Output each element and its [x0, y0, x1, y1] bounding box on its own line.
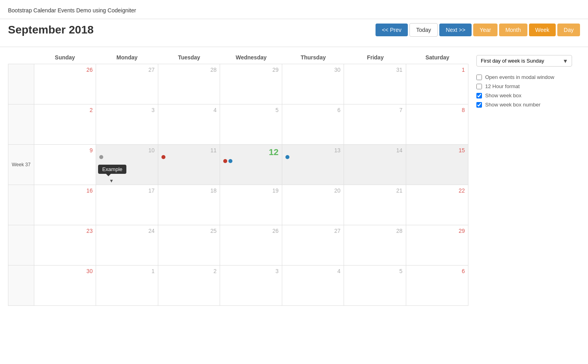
day-cell[interactable]: 4 [282, 266, 344, 305]
option-weekbox: Show week box [476, 91, 572, 100]
day-cell[interactable]: 24 [96, 225, 158, 265]
day-cell[interactable]: 17 [96, 185, 158, 225]
week-header-col [8, 54, 34, 61]
day-cell-13[interactable]: 13 [282, 145, 344, 185]
first-day-select[interactable]: First day of week is Sunday First day of… [476, 55, 572, 67]
event-dot-blue[interactable] [285, 155, 289, 159]
view-month-button[interactable]: Month [499, 24, 527, 36]
header-wednesday: Wednesday [220, 54, 282, 61]
day-cell-12[interactable]: 12 [220, 145, 282, 185]
sidebar: First day of week is Sunday First day of… [468, 51, 580, 306]
event-dot-blue[interactable] [228, 159, 232, 163]
day-cell[interactable]: 2 [34, 104, 96, 144]
day-cell[interactable]: 29 [220, 64, 282, 104]
day-cell[interactable]: 5 [220, 104, 282, 144]
weekbox-checkbox[interactable] [476, 93, 482, 98]
12hour-label: 12 Hour format [485, 83, 520, 89]
calendar-row-1: 26 27 28 29 30 31 1 [8, 64, 468, 104]
calendar-row-3: Week 37 9 10 Example ▾ 11 [8, 145, 468, 185]
week-label-2 [8, 104, 34, 144]
day-cell[interactable]: 26 [34, 64, 96, 104]
header-monday: Monday [96, 54, 158, 61]
day-cell-15[interactable]: 15 [406, 145, 468, 185]
day-cell[interactable]: 6 [282, 104, 344, 144]
calendar-row-6: 30 1 2 3 4 5 6 [8, 266, 468, 305]
month-year-title: September 2018 [8, 24, 94, 36]
week-label-1 [8, 64, 34, 104]
weekbox-label: Show week box [485, 92, 521, 98]
events-area [223, 159, 278, 163]
next-button[interactable]: Next >> [439, 24, 472, 36]
week-label-6 [8, 266, 34, 305]
day-cell-9[interactable]: 9 [34, 145, 96, 185]
modal-label: Open events in modal window [485, 74, 554, 80]
events-area [285, 155, 340, 159]
prev-button[interactable]: << Prev [376, 24, 408, 36]
view-year-button[interactable]: Year [473, 24, 497, 36]
sidebar-options: Open events in modal window 12 Hour form… [476, 73, 572, 109]
header-saturday: Saturday [406, 54, 468, 61]
day-cell[interactable]: 23 [34, 225, 96, 265]
weeknum-checkbox[interactable] [476, 102, 482, 108]
event-dot-red[interactable] [223, 159, 227, 163]
day-cell[interactable]: 5 [344, 266, 406, 305]
day-cell[interactable]: 27 [282, 225, 344, 265]
day-cell-14[interactable]: 14 [344, 145, 406, 185]
day-cell[interactable]: 22 [406, 185, 468, 225]
day-cell[interactable]: 1 [406, 64, 468, 104]
more-events-icon[interactable]: ▾ [110, 177, 113, 184]
day-cell[interactable]: 18 [158, 185, 220, 225]
day-cell[interactable]: 27 [96, 64, 158, 104]
calendar-row-4: 16 17 18 19 20 21 22 [8, 185, 468, 225]
day-cell[interactable]: 1 [96, 266, 158, 305]
event-dot-gray[interactable] [99, 155, 103, 159]
calendar-row-5: 23 24 25 26 27 28 29 [8, 225, 468, 266]
12hour-checkbox[interactable] [476, 84, 482, 89]
day-cell[interactable]: 19 [220, 185, 282, 225]
week-label-5 [8, 225, 34, 265]
day-cell[interactable]: 28 [158, 64, 220, 104]
view-week-button[interactable]: Week [529, 24, 556, 36]
first-day-select-wrap: First day of week is Sunday First day of… [476, 55, 572, 67]
events-area [161, 155, 216, 159]
modal-checkbox[interactable] [476, 75, 482, 80]
navigation-buttons: << Prev Today Next >> Year Month Week Da… [376, 23, 580, 37]
weeknum-label: Show week box number [485, 102, 541, 108]
day-cell[interactable]: 3 [96, 104, 158, 144]
day-cell[interactable]: 30 [282, 64, 344, 104]
view-day-button[interactable]: Day [557, 24, 580, 36]
day-cell[interactable]: 6 [406, 266, 468, 305]
calendar-area: Sunday Monday Tuesday Wednesday Thursday… [8, 51, 468, 306]
day-cell[interactable]: 2 [158, 266, 220, 305]
event-tooltip: Example [98, 165, 126, 174]
day-cell[interactable]: 25 [158, 225, 220, 265]
day-cell[interactable]: 7 [344, 104, 406, 144]
day-cell-11[interactable]: 11 [158, 145, 220, 185]
header-thursday: Thursday [282, 54, 344, 61]
week-label-37: Week 37 [8, 145, 34, 185]
option-modal: Open events in modal window [476, 73, 572, 82]
day-cell[interactable]: 26 [220, 225, 282, 265]
event-dot-red[interactable] [161, 155, 165, 159]
option-12hour: 12 Hour format [476, 82, 572, 91]
events-area [99, 155, 154, 159]
header-sunday: Sunday [34, 54, 96, 61]
day-cell[interactable]: 16 [34, 185, 96, 225]
header-friday: Friday [344, 54, 407, 61]
day-cell[interactable]: 4 [158, 104, 220, 144]
day-cell[interactable]: 31 [344, 64, 406, 104]
today-button[interactable]: Today [409, 23, 438, 37]
day-cell[interactable]: 21 [344, 185, 406, 225]
day-cell[interactable]: 29 [406, 225, 468, 265]
day-cell[interactable]: 28 [344, 225, 406, 265]
week-label-4 [8, 185, 34, 225]
option-weeknum: Show week box number [476, 100, 572, 109]
calendar-header: Sunday Monday Tuesday Wednesday Thursday… [8, 51, 468, 64]
day-cell[interactable]: 20 [282, 185, 344, 225]
day-cell[interactable]: 3 [220, 266, 282, 305]
day-cell[interactable]: 8 [406, 104, 468, 144]
header-tuesday: Tuesday [158, 54, 220, 61]
day-cell[interactable]: 30 [34, 266, 96, 305]
day-cell-10[interactable]: 10 Example ▾ [96, 145, 158, 185]
calendar-grid: 26 27 28 29 30 31 1 2 3 4 5 6 7 8 W [8, 64, 468, 306]
